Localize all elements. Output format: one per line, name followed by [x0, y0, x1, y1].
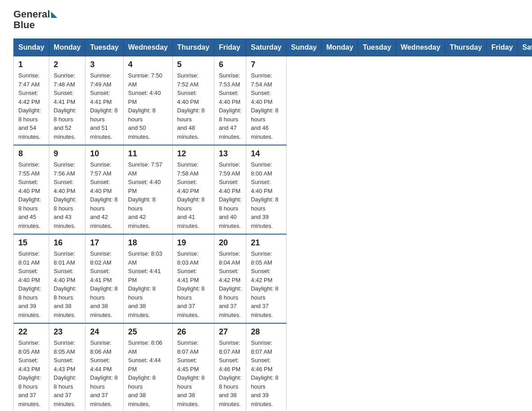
calendar-table: SundayMondayTuesdayWednesdayThursdayFrid…: [13, 39, 532, 411]
day-number: 13: [219, 149, 242, 158]
calendar-cell: 14Sunrise: 8:00 AMSunset: 4:40 PMDayligh…: [246, 145, 286, 234]
day-info: Sunrise: 8:01 AMSunset: 4:40 PMDaylight:…: [18, 249, 44, 319]
logo-text-general: General: [13, 9, 50, 20]
day-number: 19: [177, 238, 210, 248]
day-info: Sunrise: 7:47 AMSunset: 4:42 PMDaylight:…: [18, 71, 44, 141]
calendar-cell: 3Sunrise: 7:49 AMSunset: 4:41 PMDaylight…: [86, 56, 124, 146]
day-header-saturday: Saturday: [518, 39, 532, 56]
calendar-cell: 6Sunrise: 7:53 AMSunset: 4:40 PMDaylight…: [214, 56, 246, 146]
day-header-tuesday: Tuesday: [358, 39, 396, 56]
day-info: Sunrise: 8:07 AMSunset: 4:45 PMDaylight:…: [177, 338, 210, 408]
calendar-cell: 24Sunrise: 8:06 AMSunset: 4:44 PMDayligh…: [86, 323, 124, 411]
day-header-thursday: Thursday: [445, 39, 487, 56]
day-info: Sunrise: 7:55 AMSunset: 4:40 PMDaylight:…: [18, 160, 44, 230]
day-header-wednesday: Wednesday: [123, 39, 172, 56]
day-info: Sunrise: 7:49 AMSunset: 4:41 PMDaylight:…: [90, 71, 119, 141]
day-info: Sunrise: 8:04 AMSunset: 4:42 PMDaylight:…: [219, 249, 242, 319]
calendar-cell: 26Sunrise: 8:07 AMSunset: 4:45 PMDayligh…: [172, 323, 214, 411]
day-header-friday: Friday: [487, 39, 518, 56]
day-number: 6: [219, 60, 242, 69]
calendar-cell: 27Sunrise: 8:07 AMSunset: 4:46 PMDayligh…: [214, 323, 246, 411]
calendar-cell: 13Sunrise: 7:59 AMSunset: 4:40 PMDayligh…: [214, 145, 246, 234]
day-header-sunday: Sunday: [14, 39, 49, 56]
day-number: 10: [90, 149, 119, 158]
calendar-week-3: 15Sunrise: 8:01 AMSunset: 4:40 PMDayligh…: [14, 234, 532, 323]
day-info: Sunrise: 7:48 AMSunset: 4:41 PMDaylight:…: [54, 71, 81, 141]
calendar-cell: 21Sunrise: 8:05 AMSunset: 4:42 PMDayligh…: [246, 234, 286, 323]
day-number: 16: [54, 238, 81, 248]
day-info: Sunrise: 8:07 AMSunset: 4:46 PMDaylight:…: [251, 338, 281, 408]
calendar-week-4: 22Sunrise: 8:05 AMSunset: 4:43 PMDayligh…: [14, 323, 532, 411]
day-number: 26: [177, 327, 210, 337]
calendar-cell: 20Sunrise: 8:04 AMSunset: 4:42 PMDayligh…: [214, 234, 246, 323]
day-number: 25: [128, 327, 168, 337]
day-number: 11: [128, 149, 168, 158]
calendar-cell: 7Sunrise: 7:54 AMSunset: 4:40 PMDaylight…: [246, 56, 286, 146]
day-info: Sunrise: 7:56 AMSunset: 4:40 PMDaylight:…: [54, 160, 81, 230]
calendar-header-row: SundayMondayTuesdayWednesdayThursdayFrid…: [14, 39, 532, 56]
day-number: 4: [128, 60, 168, 69]
day-number: 23: [54, 327, 81, 337]
day-number: 2: [54, 60, 81, 69]
day-number: 24: [90, 327, 119, 337]
day-number: 21: [251, 238, 281, 248]
day-info: Sunrise: 8:05 AMSunset: 4:42 PMDaylight:…: [251, 249, 281, 319]
calendar-cell: 1Sunrise: 7:47 AMSunset: 4:42 PMDaylight…: [14, 56, 49, 146]
day-number: 20: [219, 238, 242, 248]
calendar-cell: 11Sunrise: 7:57 AMSunset: 4:40 PMDayligh…: [123, 145, 172, 234]
logo: General Blue: [13, 9, 57, 30]
calendar-cell: 4Sunrise: 7:50 AMSunset: 4:40 PMDaylight…: [123, 56, 172, 146]
day-info: Sunrise: 8:05 AMSunset: 4:43 PMDaylight:…: [54, 338, 81, 408]
day-info: Sunrise: 8:01 AMSunset: 4:40 PMDaylight:…: [54, 249, 81, 319]
day-header-wednesday: Wednesday: [396, 39, 445, 56]
day-number: 1: [18, 60, 44, 69]
calendar-cell: 16Sunrise: 8:01 AMSunset: 4:40 PMDayligh…: [49, 234, 85, 323]
day-info: Sunrise: 7:58 AMSunset: 4:40 PMDaylight:…: [177, 160, 210, 230]
logo-text-blue: Blue: [13, 19, 35, 30]
day-info: Sunrise: 8:06 AMSunset: 4:44 PMDaylight:…: [90, 338, 119, 408]
day-header-monday: Monday: [49, 39, 85, 56]
logo-triangle-icon: [51, 12, 57, 18]
day-info: Sunrise: 7:57 AMSunset: 4:40 PMDaylight:…: [90, 160, 119, 230]
page-header: General Blue: [13, 9, 519, 30]
day-number: 15: [18, 238, 44, 248]
day-header-friday: Friday: [214, 39, 246, 56]
calendar-cell: 2Sunrise: 7:48 AMSunset: 4:41 PMDaylight…: [49, 56, 85, 146]
day-number: 22: [18, 327, 44, 337]
day-number: 5: [177, 60, 210, 69]
day-header-tuesday: Tuesday: [86, 39, 124, 56]
calendar-cell: 25Sunrise: 8:06 AMSunset: 4:44 PMDayligh…: [123, 323, 172, 411]
calendar-cell: 9Sunrise: 7:56 AMSunset: 4:40 PMDaylight…: [49, 145, 85, 234]
day-number: 7: [251, 60, 281, 69]
day-info: Sunrise: 8:05 AMSunset: 4:43 PMDaylight:…: [18, 338, 44, 408]
calendar-cell: 5Sunrise: 7:52 AMSunset: 4:40 PMDaylight…: [172, 56, 214, 146]
day-info: Sunrise: 8:00 AMSunset: 4:40 PMDaylight:…: [251, 160, 281, 230]
calendar-cell: 23Sunrise: 8:05 AMSunset: 4:43 PMDayligh…: [49, 323, 85, 411]
day-number: 27: [219, 327, 242, 337]
day-info: Sunrise: 8:02 AMSunset: 4:41 PMDaylight:…: [90, 249, 119, 319]
calendar-cell: 8Sunrise: 7:55 AMSunset: 4:40 PMDaylight…: [14, 145, 49, 234]
day-header-sunday: Sunday: [286, 39, 322, 56]
day-number: 17: [90, 238, 119, 248]
day-number: 3: [90, 60, 119, 69]
day-number: 18: [128, 238, 168, 248]
day-info: Sunrise: 7:52 AMSunset: 4:40 PMDaylight:…: [177, 71, 210, 141]
calendar-cell: 18Sunrise: 8:03 AMSunset: 4:41 PMDayligh…: [123, 234, 172, 323]
day-header-monday: Monday: [322, 39, 358, 56]
calendar-cell: 19Sunrise: 8:03 AMSunset: 4:41 PMDayligh…: [172, 234, 214, 323]
day-number: 28: [251, 327, 281, 337]
calendar-week-1: 1Sunrise: 7:47 AMSunset: 4:42 PMDaylight…: [14, 56, 532, 146]
day-info: Sunrise: 8:07 AMSunset: 4:46 PMDaylight:…: [219, 338, 242, 408]
day-number: 14: [251, 149, 281, 158]
day-info: Sunrise: 8:06 AMSunset: 4:44 PMDaylight:…: [128, 338, 168, 408]
calendar-cell: 15Sunrise: 8:01 AMSunset: 4:40 PMDayligh…: [14, 234, 49, 323]
day-info: Sunrise: 7:59 AMSunset: 4:40 PMDaylight:…: [219, 160, 242, 230]
day-header-saturday: Saturday: [246, 39, 286, 56]
day-header-thursday: Thursday: [172, 39, 214, 56]
calendar-week-2: 8Sunrise: 7:55 AMSunset: 4:40 PMDaylight…: [14, 145, 532, 234]
day-info: Sunrise: 7:54 AMSunset: 4:40 PMDaylight:…: [251, 71, 281, 141]
day-number: 12: [177, 149, 210, 158]
calendar-cell: 12Sunrise: 7:58 AMSunset: 4:40 PMDayligh…: [172, 145, 214, 234]
day-info: Sunrise: 8:03 AMSunset: 4:41 PMDaylight:…: [128, 249, 168, 319]
day-info: Sunrise: 8:03 AMSunset: 4:41 PMDaylight:…: [177, 249, 210, 319]
